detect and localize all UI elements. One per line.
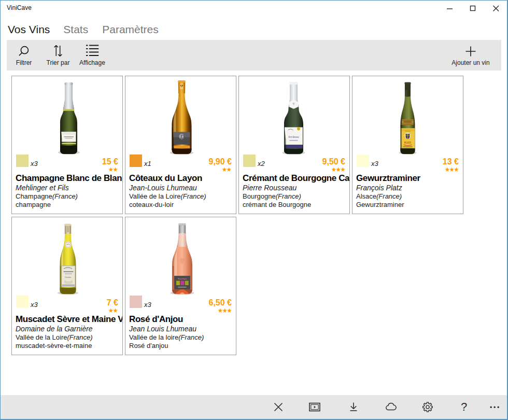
svg-text:Garnière: Garnière bbox=[65, 276, 71, 278]
svg-text:D: D bbox=[180, 133, 185, 139]
svg-text:Pierre Rousseau: Pierre Rousseau bbox=[288, 135, 299, 138]
svg-text:Gustave: Gustave bbox=[405, 130, 411, 132]
svg-text:PLATZ: PLATZ bbox=[404, 141, 411, 144]
svg-text:Rosé d'Anjou: Rosé d'Anjou bbox=[177, 277, 187, 280]
